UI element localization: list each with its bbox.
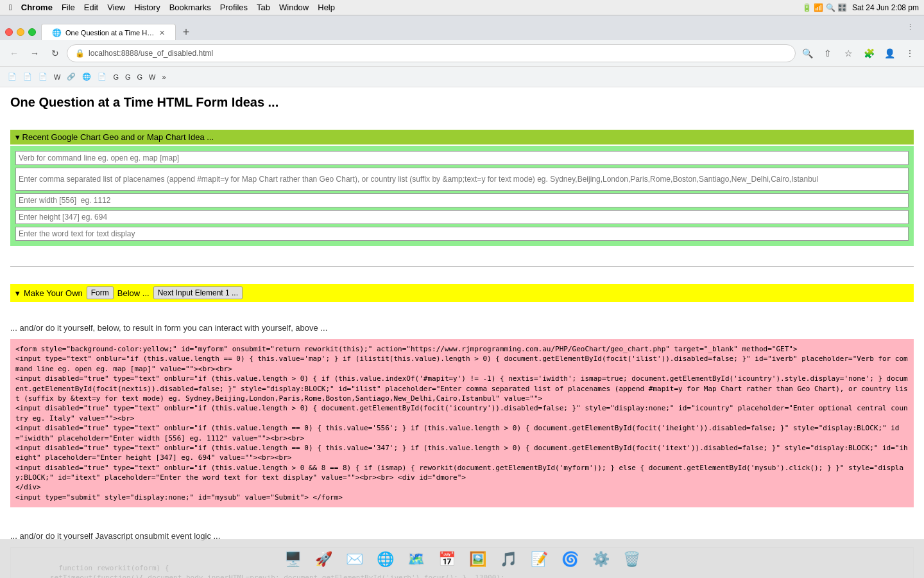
bookmark-8[interactable]: G [110, 72, 121, 82]
dock-launchpad[interactable]: 🚀 [309, 545, 338, 574]
extension-button[interactable]: 🧩 [860, 44, 878, 62]
bookmarks-menu[interactable]: Bookmarks [166, 3, 215, 12]
menu-right: 🔋 📶 🔍 🎛️ Sat 24 Jun 2:08 pm [802, 3, 919, 12]
section2-make: Make Your Own [24, 288, 83, 298]
bookmark-9[interactable]: G [123, 72, 133, 82]
close-button[interactable] [5, 28, 13, 36]
new-tab-button[interactable]: + [178, 24, 194, 40]
dock-trash[interactable]: 🗑️ [617, 545, 646, 574]
tab-menu-button[interactable]: ⋮ [901, 18, 919, 36]
bookmarks-bar: 📄 📄 📄 W 🔗 🌐 📄 G G G W » [0, 67, 924, 87]
yellow-section: ▾ Make Your Own Form Below ... Next Inpu… [10, 284, 914, 302]
height-input[interactable] [15, 210, 909, 224]
divider-1 [10, 266, 914, 267]
section-header-1[interactable]: ▾ Recent Google Chart Geo and or Map Cha… [10, 130, 914, 144]
browser-window: 🌐 One Question at a Time HTML Form Ideas… [0, 15, 924, 578]
pink-code-block: <form style="background-color:yellow;" i… [10, 339, 914, 507]
dock-notes[interactable]: 📝 [525, 545, 553, 574]
tab-scroll-area: 🌐 One Question at a Time HTML Form Ideas… [41, 24, 901, 40]
search-button[interactable]: 🔍 [798, 44, 816, 62]
address-bar[interactable]: 🔒 localhost:8888/use_of_disabled.html [67, 44, 796, 62]
form-button[interactable]: Form [87, 286, 114, 299]
width-input[interactable] [15, 193, 909, 207]
bookmark-10[interactable]: G [135, 72, 146, 82]
tab-title: One Question at a Time HTML Form Ideas .… [65, 29, 155, 37]
dock-mail[interactable]: ✉️ [340, 545, 368, 574]
window-menu[interactable]: Window [275, 3, 312, 12]
url-text: localhost:8888/use_of_disabled.html [89, 49, 213, 58]
verb-input[interactable] [15, 151, 909, 165]
next-input-button[interactable]: Next Input Element 1 ... [153, 286, 243, 299]
edit-menu[interactable]: Edit [80, 3, 102, 12]
tab-favicon: 🌐 [52, 28, 62, 37]
bookmark-more[interactable]: » [159, 72, 168, 82]
browser-content: One Question at a Time HTML Form Ideas .… [0, 87, 924, 578]
dock-finder[interactable]: 🖥️ [278, 545, 307, 574]
active-tab[interactable]: 🌐 One Question at a Time HTML Form Ideas… [41, 24, 176, 40]
tab-bar: 🌐 One Question at a Time HTML Form Ideas… [0, 15, 924, 40]
share-button[interactable]: ⇧ [819, 44, 837, 62]
bookmark-4[interactable]: W [51, 72, 63, 82]
tab-menu[interactable]: Tab [253, 3, 274, 12]
navigation-toolbar: ← → ↻ 🔒 localhost:8888/use_of_disabled.h… [0, 40, 924, 67]
form-code-text: <form style="background-color:yellow;" i… [15, 345, 908, 502]
menu-left:  Chrome File Edit View History Bookmark… [5, 3, 339, 12]
bookmark-button[interactable]: ☆ [839, 44, 857, 62]
green-form [10, 146, 914, 246]
macos-menubar:  Chrome File Edit View History Bookmark… [0, 0, 924, 15]
reload-button[interactable]: ↻ [46, 44, 64, 62]
bookmark-3[interactable]: 📄 [36, 71, 50, 82]
dock-music[interactable]: 🎵 [494, 545, 522, 574]
bookmark-7[interactable]: 📄 [95, 71, 109, 82]
more-menu-button[interactable]: ⋮ [901, 44, 919, 62]
dock-safari[interactable]: 🌐 [371, 545, 399, 574]
history-menu[interactable]: History [130, 3, 164, 12]
back-button[interactable]: ← [5, 44, 23, 62]
dock-chrome[interactable]: 🌀 [556, 545, 584, 574]
chrome-menu[interactable]: Chrome [17, 3, 56, 12]
dock-photos[interactable]: 🖼️ [463, 545, 492, 574]
bookmark-2[interactable]: 📄 [21, 71, 35, 82]
section2-arrow: ▾ [15, 288, 20, 298]
minimize-button[interactable] [17, 28, 24, 36]
dock: 🖥️ 🚀 ✉️ 🌐 🗺️ 📅 🖼️ 🎵 📝 🌀 ⚙️ 🗑️ [0, 539, 924, 578]
lock-icon: 🔒 [75, 49, 85, 58]
system-icons: 🔋 📶 🔍 🎛️ [802, 3, 847, 12]
clock: Sat 24 Jun 2:08 pm [852, 3, 919, 12]
bookmark-6[interactable]: 🌐 [80, 71, 94, 82]
dock-settings[interactable]: ⚙️ [586, 545, 615, 574]
tab-close-button[interactable]: ✕ [159, 29, 165, 37]
forward-button[interactable]: → [26, 44, 44, 62]
profiles-menu[interactable]: Profiles [216, 3, 252, 12]
bookmark-1[interactable]: 📄 [5, 71, 19, 82]
traffic-lights [5, 28, 36, 36]
maximize-button[interactable] [28, 28, 36, 36]
chart-section: ▾ Recent Google Chart Geo and or Map Cha… [10, 130, 914, 246]
placenames-input[interactable] [15, 168, 909, 191]
dock-calendar[interactable]: 📅 [432, 545, 461, 574]
page-title: One Question at a Time HTML Form Ideas .… [10, 95, 914, 110]
file-menu[interactable]: File [58, 3, 79, 12]
text-paragraph-1: ... and/or do it yourself, below, to res… [10, 323, 914, 333]
section-arrow-1: ▾ Recent Google Chart Geo and or Map Cha… [15, 132, 214, 142]
profile-button[interactable]: 👤 [880, 44, 898, 62]
section2-below: Below ... [117, 288, 150, 298]
view-menu[interactable]: View [103, 3, 129, 12]
text-word-input[interactable] [15, 227, 909, 241]
dock-maps[interactable]: 🗺️ [402, 545, 430, 574]
bookmark-5[interactable]: 🔗 [64, 71, 78, 82]
bookmark-11[interactable]: W [146, 72, 158, 82]
help-menu[interactable]: Help [314, 3, 339, 12]
apple-menu[interactable]:  [5, 3, 16, 12]
